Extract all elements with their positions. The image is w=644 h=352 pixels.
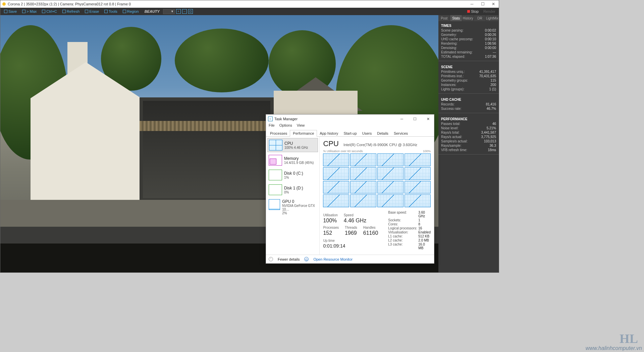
tm-stat: Threads1969 xyxy=(345,226,357,236)
tm-titlebar[interactable]: ≈ Task Manager ─ ☐ ✕ xyxy=(266,115,434,123)
stats-row: Noise level:5.21% xyxy=(441,126,496,130)
refresh-icon xyxy=(62,10,66,13)
tm-cpu-title: CPU xyxy=(323,139,338,148)
tm-resource-disk-1-d-[interactable]: Disk 1 (D:)0% xyxy=(267,183,318,196)
tm-footer: ˄ Fewer details ◵ Open Resource Monitor xyxy=(266,255,434,263)
stats-row: Scene parsing:0:00:02 xyxy=(441,28,496,33)
task-manager-window: ≈ Task Manager ─ ☐ ✕ FileOptionsView Pro… xyxy=(266,114,434,264)
open-resource-monitor-link[interactable]: Open Resource Monitor xyxy=(313,257,353,261)
channel-label[interactable]: BEAUTY xyxy=(142,9,162,13)
zoom-in-icon[interactable]: + xyxy=(176,9,181,14)
scene-glass-box xyxy=(140,97,274,202)
chevron-up-icon[interactable]: ˄ xyxy=(269,257,273,261)
tm-window-controls: ─ ☐ ✕ xyxy=(396,115,434,124)
tm-cpu-header: CPU Intel(R) Core(TM) i9-9900K CPU @ 3.6… xyxy=(323,139,431,148)
stats-row: TOTAL elapsed:1:07:36 xyxy=(441,54,496,59)
tm-tab-start-up[interactable]: Start-up xyxy=(341,130,359,136)
stats-tab-stats[interactable]: Stats xyxy=(450,15,462,21)
fewer-details-link[interactable]: Fewer details xyxy=(278,257,300,261)
tm-detail-pane: CPU Intel(R) Core(TM) i9-9900K CPU @ 3.6… xyxy=(320,137,434,255)
tm-tab-app-history[interactable]: App history xyxy=(317,130,341,136)
corona-toolbar: Save > Max Ctrl+C Refresh Erase Tools Re… xyxy=(0,8,499,15)
tm-maximize-button[interactable]: ☐ xyxy=(409,115,421,123)
stats-tab-post[interactable]: Post xyxy=(438,15,450,21)
tm-menu-view[interactable]: View xyxy=(297,123,305,129)
stats-row: Records:81,416 xyxy=(441,102,496,106)
stats-row: Lights (groups):1 (1) xyxy=(441,87,496,91)
stats-row: Success rate:46.7% xyxy=(441,106,496,111)
region-button[interactable]: Region xyxy=(120,8,141,14)
render-button[interactable]: Render xyxy=(481,9,497,13)
stats-tabs: PostStatsHistoryDRLightMix xyxy=(438,15,499,21)
resource-monitor-icon[interactable]: ◵ xyxy=(304,257,309,261)
tm-resource-gpu-0[interactable]: GPU 0NVIDIA GeForce GTX 10…2% xyxy=(267,198,318,216)
stats-tab-dr[interactable]: DR xyxy=(474,15,486,21)
tm-tab-details[interactable]: Details xyxy=(374,130,391,136)
tm-resource-memory[interactable]: Memory14.4/31.9 GB (45%) xyxy=(267,153,318,167)
cpu-core-graph xyxy=(405,194,431,207)
stats-group-head: PERFORMANCE xyxy=(441,117,496,121)
tm-resource-cpu[interactable]: CPU100% 4.46 GHz xyxy=(267,138,318,152)
channel-dropdown[interactable]: ▼ xyxy=(163,9,175,14)
cpu-core-graph xyxy=(377,167,404,180)
refresh-button[interactable]: Refresh xyxy=(60,8,82,14)
zoom-fit-icon[interactable]: ⊡ xyxy=(188,9,193,14)
stats-row: Estimated remaining:--- xyxy=(441,50,496,54)
tm-minimize-button[interactable]: ─ xyxy=(396,115,408,123)
tm-resource-disk-0-c-[interactable]: Disk 0 (C:)1% xyxy=(267,168,318,182)
tm-body: CPU100% 4.46 GHzMemory14.4/31.9 GB (45%)… xyxy=(266,137,434,255)
stats-row: Geometry groups:115 xyxy=(441,78,496,83)
tm-tab-services[interactable]: Services xyxy=(391,130,411,136)
resource-thumb-icon xyxy=(269,155,282,166)
app-icon xyxy=(2,2,6,6)
cpu-core-graph xyxy=(377,194,404,207)
tm-tab-processes[interactable]: Processes xyxy=(267,130,290,136)
zoom-out-icon[interactable]: − xyxy=(182,9,187,14)
stats-row: Denoising:0:00:00 xyxy=(441,46,496,50)
stats-row: Rays/s total:3,441,587 xyxy=(441,130,496,135)
stats-tab-lightmix[interactable]: LightMix xyxy=(486,15,499,21)
stats-tab-history[interactable]: History xyxy=(462,15,474,21)
save-icon xyxy=(4,10,7,13)
stats-row: Primitives uniq.:41,391,417 xyxy=(441,70,496,74)
window-title: Corona 2 | 3500×2332px (1:2) | Camera: P… xyxy=(8,2,467,6)
task-manager-icon: ≈ xyxy=(268,117,273,121)
cpu-core-graph xyxy=(323,167,349,180)
stop-button[interactable]: Stop xyxy=(465,9,481,13)
scene-tree xyxy=(175,29,269,92)
tm-menu-file[interactable]: File xyxy=(269,123,275,129)
to-max-button[interactable]: > Max xyxy=(20,8,39,14)
tm-tab-users[interactable]: Users xyxy=(360,130,375,136)
tm-tab-performance[interactable]: Performance xyxy=(290,130,317,137)
tools-button[interactable]: Tools xyxy=(102,8,120,14)
cpu-core-graph xyxy=(350,194,376,207)
erase-button[interactable]: Erase xyxy=(83,8,101,14)
tools-icon xyxy=(104,10,108,13)
tm-stats-row: Utilisation100%Speed4.46 GHz xyxy=(323,213,378,224)
cpu-core-graph xyxy=(323,194,349,207)
copy-button[interactable]: Ctrl+C xyxy=(40,8,59,14)
stats-row: Instances:200 xyxy=(441,83,496,87)
logo-watermark: HL xyxy=(620,331,638,346)
stats-group-head: SCENE xyxy=(441,65,496,69)
resource-thumb-icon xyxy=(269,199,280,210)
erase-icon xyxy=(85,10,88,13)
tm-stat: Utilisation100% xyxy=(323,213,337,224)
cpu-core-graph xyxy=(405,167,431,180)
maximize-button[interactable]: ☐ xyxy=(477,0,488,8)
tm-menu-options[interactable]: Options xyxy=(279,123,292,129)
window-controls: ─ ☐ ✕ xyxy=(467,0,499,8)
cpu-core-graph xyxy=(405,181,431,194)
close-button[interactable]: ✕ xyxy=(488,0,499,8)
corona-titlebar[interactable]: Corona 2 | 3500×2332px (1:2) | Camera: P… xyxy=(0,0,499,8)
tm-axis-left: % Utilisation over 60 seconds xyxy=(323,149,363,153)
max-icon xyxy=(22,10,25,13)
save-button[interactable]: Save xyxy=(2,8,19,14)
tm-cpu-core-grid[interactable] xyxy=(323,153,431,207)
tm-close-button[interactable]: ✕ xyxy=(422,115,434,123)
minimize-button[interactable]: ─ xyxy=(467,0,477,8)
tm-resource-list: CPU100% 4.46 GHzMemory14.4/31.9 GB (45%)… xyxy=(266,137,320,255)
tm-stat: Handles61160 xyxy=(363,226,378,236)
cpu-core-graph xyxy=(377,181,404,194)
stop-icon xyxy=(467,10,470,13)
